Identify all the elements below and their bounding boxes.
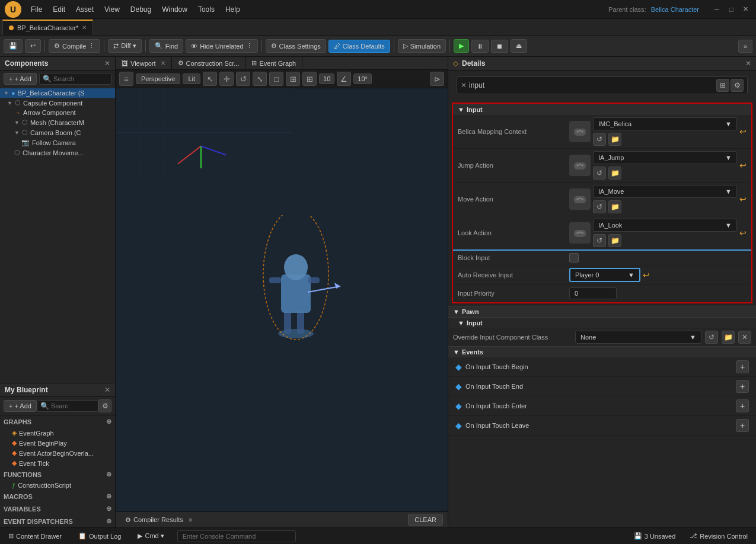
jump-refresh-button[interactable]: ↺	[593, 167, 606, 180]
main-tab[interactable]: BP_BelicaCharacter* ✕	[2, 20, 93, 35]
tree-item-follow-camera[interactable]: 📷 Follow Camera	[0, 137, 115, 148]
expand-button[interactable]: ⊳	[430, 72, 444, 86]
bp-event-graph[interactable]: ◈ EventGraph	[0, 428, 115, 438]
eject-button[interactable]: ⏏	[511, 39, 527, 53]
components-close-button[interactable]: ✕	[104, 59, 110, 68]
component-search-box[interactable]: 🔍	[39, 73, 111, 85]
move-reset-button[interactable]: ↩	[739, 194, 747, 204]
touch-enter-add-button[interactable]: +	[736, 399, 749, 412]
compile-button[interactable]: ⚙ Compile ⋮	[49, 39, 100, 53]
details-layout-button[interactable]: ⊞	[716, 79, 729, 92]
look-browse-button[interactable]: 📁	[608, 234, 621, 247]
variables-section[interactable]: VARIABLES ⊕	[0, 503, 115, 515]
cmd-button[interactable]: ▶ Cmd ▾	[134, 530, 167, 542]
menu-help[interactable]: Help	[221, 3, 245, 16]
details-close-button[interactable]: ✕	[745, 59, 751, 68]
screen-space-button[interactable]: □	[269, 72, 283, 86]
move-refresh-button[interactable]: ↺	[593, 200, 606, 213]
tree-item-capsule[interactable]: ▼ ⬡ Capsule Component	[0, 98, 115, 108]
class-defaults-button[interactable]: 🖊 Class Defaults	[328, 40, 390, 53]
variables-add-button[interactable]: ⊕	[106, 505, 111, 513]
class-settings-button[interactable]: ⚙ Class Settings	[266, 39, 326, 53]
viewport-content[interactable]	[116, 88, 448, 511]
tree-item-camera-boom[interactable]: ▼ ⬡ Camera Boom (C	[0, 127, 115, 137]
compiler-results-tab[interactable]: ⚙ Compiler Results ✕	[120, 515, 197, 525]
functions-section[interactable]: FUNCTIONS ⊕	[0, 468, 115, 481]
compiler-close-icon[interactable]: ✕	[188, 517, 193, 523]
event-graph-tab[interactable]: ⊞ Event Graph	[245, 57, 302, 69]
details-clear-search-icon[interactable]: ✕	[461, 81, 467, 89]
minimize-button[interactable]: ─	[711, 4, 723, 15]
look-reset-button[interactable]: ↩	[739, 228, 747, 238]
console-input[interactable]	[177, 530, 296, 542]
bp-event-tick[interactable]: ◆ Event Tick	[0, 458, 115, 468]
perspective-button[interactable]: Perspective	[136, 73, 180, 84]
input-priority-input[interactable]	[569, 287, 617, 299]
save-button[interactable]: 💾	[4, 39, 23, 53]
output-log-button[interactable]: 📋 Output Log	[75, 530, 125, 542]
viewport-close[interactable]: ✕	[161, 60, 165, 66]
move-tool-button[interactable]: ↖	[203, 72, 217, 86]
surface-snapping-button[interactable]: ⊞	[286, 72, 300, 86]
bp-event-actor-begin[interactable]: ◆ Event ActorBeginOverla...	[0, 448, 115, 458]
component-search-input[interactable]	[53, 75, 108, 82]
menu-file[interactable]: File	[26, 3, 47, 16]
maximize-button[interactable]: □	[725, 4, 737, 15]
macros-add-button[interactable]: ⊕	[106, 492, 111, 500]
bp-construction-script[interactable]: ƒ ConstructionScript	[0, 481, 115, 490]
jump-reset-button[interactable]: ↩	[739, 161, 747, 170]
hide-unrelated-button[interactable]: 👁 Hide Unrelated ⋮	[186, 39, 257, 53]
bp-settings-button[interactable]: ⚙	[98, 399, 111, 412]
grid-toggle-button[interactable]: ⊞	[302, 72, 317, 86]
macros-section[interactable]: MACROS ⊕	[0, 490, 115, 503]
touch-begin-add-button[interactable]: +	[736, 360, 749, 373]
override-browse-button[interactable]: 📁	[722, 331, 735, 344]
override-clear-button[interactable]: ✕	[738, 331, 751, 344]
tree-item-bp-belica[interactable]: ▼ ● BP_BelicaCharacter (S	[0, 88, 115, 98]
tab-close-button[interactable]: ✕	[82, 24, 87, 31]
menu-edit[interactable]: Edit	[48, 3, 70, 16]
menu-debug[interactable]: Debug	[126, 3, 156, 16]
angle-toggle-button[interactable]: ∠	[337, 72, 351, 86]
unsaved-button[interactable]: 💾 3 Unsaved	[630, 530, 680, 542]
tree-item-mesh[interactable]: ▼ ⬡ Mesh (CharacterM	[0, 117, 115, 127]
override-dropdown[interactable]: None ▼	[575, 331, 701, 344]
undo-button[interactable]: ↩	[25, 39, 41, 53]
menu-tools[interactable]: Tools	[193, 3, 219, 16]
bp-search-input[interactable]	[51, 402, 95, 409]
functions-add-button[interactable]: ⊕	[106, 471, 111, 478]
grid-size-badge[interactable]: 10	[319, 73, 334, 84]
translate-button[interactable]: ✛	[219, 72, 234, 86]
revision-control-button[interactable]: ⎇ Revision Control	[686, 530, 751, 542]
move-browse-button[interactable]: 📁	[608, 200, 621, 213]
pause-button[interactable]: ⏸	[471, 40, 489, 53]
override-refresh-button[interactable]: ↺	[705, 331, 718, 344]
find-button[interactable]: 🔍 Find	[149, 39, 183, 53]
play-button[interactable]: ▶	[454, 39, 469, 53]
tree-item-arrow[interactable]: → Arrow Component	[0, 108, 115, 117]
menu-window[interactable]: Window	[157, 3, 192, 16]
simulation-button[interactable]: ▷ Simulation	[398, 39, 446, 53]
bp-event-begin-play[interactable]: ◆ Event BeginPlay	[0, 438, 115, 448]
viewport-tab[interactable]: 🖼 Viewport ✕	[116, 57, 172, 69]
player-dropdown[interactable]: Player 0 ▼	[569, 268, 640, 282]
content-drawer-button[interactable]: ⊞ Content Drawer	[5, 530, 65, 542]
imc-reset-button[interactable]: ↩	[739, 127, 747, 136]
details-search-input[interactable]	[469, 81, 714, 89]
dispatchers-add-button[interactable]: ⊕	[106, 517, 111, 525]
scale-button[interactable]: ⤡	[253, 72, 267, 86]
my-blueprint-close[interactable]: ✕	[104, 386, 110, 394]
rotate-button[interactable]: ↺	[236, 72, 250, 86]
diff-button[interactable]: ⇄ Diff ▾	[108, 39, 141, 53]
pawn-section-header[interactable]: ▼ Pawn	[448, 306, 756, 317]
tree-item-char-movement[interactable]: ⬡ Character Moveme...	[0, 148, 115, 158]
events-section-header[interactable]: ▼ Events	[448, 346, 756, 357]
graphs-add-button[interactable]: ⊕	[106, 418, 111, 425]
details-search-box[interactable]: ✕ ⊞ ⚙	[457, 76, 748, 94]
graphs-section[interactable]: GRAPHS ⊕	[0, 415, 115, 428]
pawn-input-subsection[interactable]: ▼ Input	[448, 317, 756, 328]
clear-button[interactable]: CLEAR	[408, 514, 443, 526]
touch-end-add-button[interactable]: +	[736, 380, 749, 393]
touch-leave-add-button[interactable]: +	[736, 419, 749, 432]
menu-asset[interactable]: Asset	[71, 3, 98, 16]
